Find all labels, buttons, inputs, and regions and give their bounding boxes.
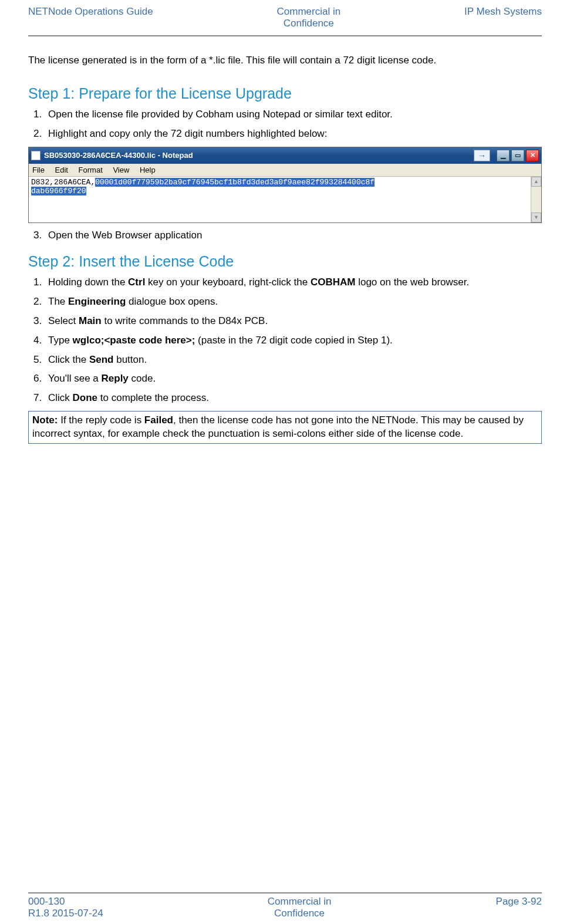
- header-rule: [28, 35, 542, 36]
- page-header: NETNode Operations Guide Commercial in C…: [28, 6, 542, 33]
- list-item: Type wglco;<paste code here>; (paste in …: [45, 334, 542, 348]
- titlebar-buttons: → ▁ ▭ ✕: [474, 150, 539, 161]
- page-footer: 000-130 R1.8 2015-07-24 Commercial in Co…: [28, 892, 542, 919]
- notepad-body: D832,286A6CEA,00001d00f77959b2ba9cf76945…: [29, 177, 541, 222]
- step-1-heading: Step 1: Prepare for the License Upgrade: [28, 85, 542, 102]
- footer-right: Page 3-92: [496, 896, 542, 919]
- note-label: Note:: [32, 414, 58, 426]
- list-item: Select Main to write commands to the D84…: [45, 315, 542, 328]
- list-item: Open the Web Browser application: [45, 229, 542, 242]
- header-left: NETNode Operations Guide: [28, 6, 153, 29]
- scroll-up-icon[interactable]: ▲: [531, 177, 541, 187]
- list-item: Click the Send button.: [45, 353, 542, 367]
- notepad-textarea[interactable]: D832,286A6CEA,00001d00f77959b2ba9cf76945…: [29, 177, 531, 222]
- plain-text: D832,286A6CEA,: [31, 178, 95, 187]
- menu-help[interactable]: Help: [140, 166, 156, 174]
- menu-edit[interactable]: Edit: [55, 166, 68, 174]
- menu-format[interactable]: Format: [79, 166, 103, 174]
- scroll-down-icon[interactable]: ▼: [531, 213, 541, 222]
- notepad-file-icon: [31, 151, 41, 160]
- list-item: Holding down the Ctrl key on your keyboa…: [45, 276, 542, 289]
- list-item: The Engineering dialogue box opens.: [45, 295, 542, 309]
- note-callout: Note: If the reply code is Failed, then …: [28, 411, 542, 444]
- footer-center: Commercial in Confidence: [268, 896, 332, 919]
- list-item: You'll see a Reply code.: [45, 372, 542, 386]
- footer-left: 000-130 R1.8 2015-07-24: [28, 896, 103, 919]
- list-item: Click Done to complete the process.: [45, 392, 542, 405]
- step-2-heading: Step 2: Insert the License Code: [28, 253, 542, 270]
- intro-paragraph: The license generated is in the form of …: [28, 54, 542, 68]
- minimize-button[interactable]: ▁: [497, 150, 510, 161]
- vertical-scrollbar[interactable]: ▲ ▼: [531, 177, 541, 222]
- close-button[interactable]: ✕: [526, 150, 539, 161]
- step-1-list-cont: Open the Web Browser application: [28, 229, 542, 242]
- notepad-menubar: File Edit Format View Help: [29, 164, 541, 177]
- selected-text-line2: dab6966f9f20: [31, 187, 86, 195]
- menu-file[interactable]: File: [32, 166, 45, 174]
- header-right: IP Mesh Systems: [464, 6, 542, 29]
- menu-view[interactable]: View: [113, 166, 129, 174]
- step-2-list: Holding down the Ctrl key on your keyboa…: [28, 276, 542, 406]
- maximize-button[interactable]: ▭: [511, 150, 524, 161]
- step-1-list: Open the license file provided by Cobham…: [28, 108, 542, 141]
- footer-rule: [28, 892, 542, 893]
- forward-arrow-button[interactable]: →: [474, 150, 490, 161]
- notepad-titlebar: SB053030-286A6CEA-44300.lic - Notepad → …: [29, 147, 541, 164]
- list-item: Highlight and copy only the 72 digit num…: [45, 127, 542, 141]
- notepad-screenshot: SB053030-286A6CEA-44300.lic - Notepad → …: [28, 147, 542, 223]
- notepad-title: SB053030-286A6CEA-44300.lic - Notepad: [44, 151, 474, 160]
- selected-text-line1: 00001d00f77959b2ba9cf76945bcf1b8fd3ded3a…: [95, 178, 375, 187]
- header-center: Commercial in Confidence: [277, 6, 341, 29]
- list-item: Open the license file provided by Cobham…: [45, 108, 542, 122]
